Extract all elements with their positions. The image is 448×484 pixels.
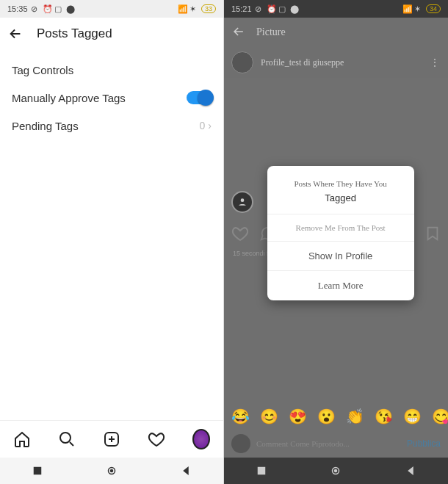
like-button[interactable]: [231, 225, 249, 245]
svg-point-0: [60, 433, 71, 443]
emoji-option[interactable]: 😘: [375, 408, 393, 425]
share-button[interactable]: [286, 225, 302, 245]
post-time: 15 secondi fa: [224, 250, 448, 261]
emoji-option[interactable]: 😮: [317, 408, 336, 425]
page-title: Posts Tagged: [37, 26, 112, 41]
status-time: 15:35: [7, 4, 28, 13]
save-button[interactable]: [424, 225, 441, 245]
manually-approve-toggle[interactable]: [187, 91, 212, 104]
emoji-option[interactable]: 😂: [231, 408, 250, 425]
wifi-icon: ✶: [189, 4, 198, 13]
emoji-quick-row: 😂 😊 😍 😮 👏 😘 😁 😋: [224, 403, 448, 430]
wifi-icon: ✶: [414, 4, 423, 13]
svg-point-8: [334, 469, 338, 473]
profile-tab[interactable]: [192, 430, 210, 448]
phone-left-screen: 15:35 ⊘ ⏰ ▢ ⬤ 📶 ✶ 33 Posts Tagged Tag Co…: [0, 0, 224, 484]
comment-input[interactable]: Comment Come Piprotodo...: [256, 439, 401, 448]
comment-composer: Comment Come Piprotodo... Pubblica: [224, 430, 448, 458]
author-name[interactable]: Profile_test di giuseppe: [261, 57, 344, 68]
back-button[interactable]: [7, 26, 24, 42]
battery-icon: 33: [201, 4, 216, 13]
circle-icon: ⬤: [66, 4, 75, 13]
emoji-option[interactable]: 😍: [289, 408, 307, 425]
signal-icon: 📶: [402, 4, 411, 13]
profile-avatar-icon: [192, 429, 210, 449]
publish-button[interactable]: Pubblica: [407, 438, 441, 449]
pending-tags-count: 0: [200, 120, 206, 131]
manually-approve-label: Manually Approve Tags: [12, 92, 126, 104]
nav-home[interactable]: [105, 464, 118, 477]
emoji-option[interactable]: 😁: [403, 408, 422, 425]
search-tab[interactable]: [58, 430, 76, 448]
system-nav: [224, 458, 448, 484]
nav-home[interactable]: [329, 464, 342, 477]
emoji-option[interactable]: 😋: [432, 408, 448, 425]
battery-icon: 34: [426, 4, 441, 13]
manually-approve-row: Manually Approve Tags: [12, 84, 212, 112]
dnd-icon: ⊘: [255, 4, 264, 13]
status-bar: 15:21 ⊘ ⏰ ▢ ⬤ 📶 ✶ 34: [224, 0, 448, 18]
nav-back[interactable]: [179, 464, 192, 477]
app-tab-bar: [0, 420, 223, 458]
back-button[interactable]: [231, 24, 246, 41]
add-post-tab[interactable]: [103, 430, 120, 448]
circle-icon: ⬤: [290, 4, 299, 13]
post-image[interactable]: [224, 78, 448, 220]
tag-controls-label: Tag Controls: [12, 64, 73, 76]
square-icon: ▢: [54, 4, 63, 13]
emoji-option[interactable]: 👏: [346, 408, 364, 425]
signal-icon: 📶: [178, 4, 187, 13]
comment-button[interactable]: [259, 225, 275, 245]
square-icon: ▢: [278, 4, 287, 13]
post-header: Picture: [224, 18, 448, 47]
alarm-icon: ⏰: [43, 4, 51, 13]
pending-tags-row[interactable]: Pending Tags 0 ›: [12, 112, 212, 140]
post-menu-button[interactable]: ⋮: [430, 57, 441, 68]
svg-rect-2: [33, 467, 41, 475]
alarm-icon: ⏰: [267, 4, 275, 13]
status-time: 15:21: [231, 4, 252, 13]
post-author-row: Profile_test di giuseppe ⋮: [224, 47, 448, 78]
nav-recents[interactable]: [255, 464, 268, 477]
tag-controls-row[interactable]: Tag Controls: [12, 56, 212, 84]
tagged-person-badge[interactable]: [231, 191, 253, 213]
svg-rect-6: [258, 467, 266, 475]
emoji-option[interactable]: 😊: [260, 408, 278, 425]
settings-header: Posts Tagged: [0, 18, 223, 50]
my-avatar: [231, 434, 250, 453]
activity-tab[interactable]: [148, 430, 165, 448]
nav-back[interactable]: [404, 464, 417, 477]
dnd-icon: ⊘: [31, 4, 40, 13]
svg-point-4: [110, 469, 114, 473]
post-actions: [224, 220, 448, 250]
phone-right-screen: 15:21 ⊘ ⏰ ▢ ⬤ 📶 ✶ 34 Picture Profile_tes…: [224, 0, 448, 484]
header-title: Picture: [256, 26, 286, 38]
author-avatar[interactable]: [231, 51, 253, 73]
home-tab[interactable]: [13, 430, 31, 448]
nav-recents[interactable]: [31, 464, 44, 477]
pending-tags-label: Pending Tags: [12, 120, 79, 132]
chevron-right-icon: ›: [208, 120, 212, 131]
status-bar: 15:35 ⊘ ⏰ ▢ ⬤ 📶 ✶ 33: [0, 0, 223, 18]
svg-point-5: [241, 198, 245, 202]
system-nav: [0, 458, 223, 484]
